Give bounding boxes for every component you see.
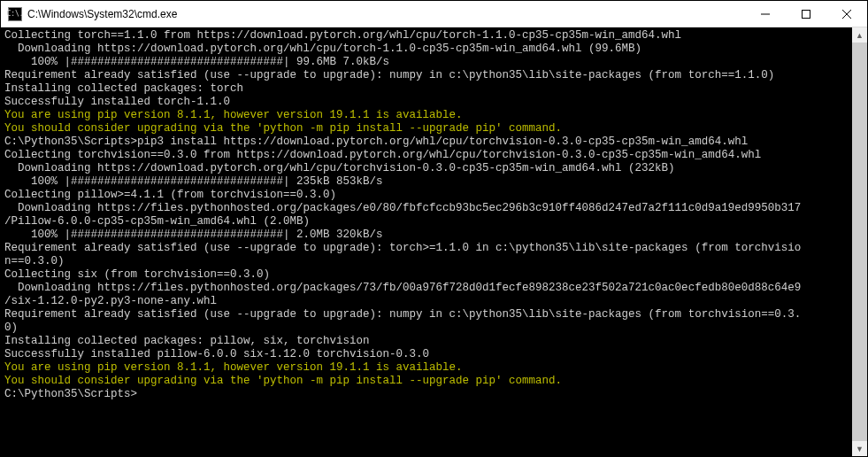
terminal-container: Collecting torch==1.1.0 from https://dow… <box>1 27 867 456</box>
terminal-line: Successfully installed pillow-6.0.0 six-… <box>4 348 849 361</box>
terminal-line: Installing collected packages: torch <box>4 82 849 96</box>
terminal-line: Collecting six (from torchvision==0.3.0) <box>4 268 849 282</box>
terminal-line: 100% |################################| … <box>4 228 849 242</box>
terminal-line: Requirement already satisfied (use --upg… <box>4 69 849 82</box>
terminal-line: Installing collected packages: pillow, s… <box>4 335 849 348</box>
window-title: C:\Windows\System32\cmd.exe <box>27 8 745 20</box>
terminal-line: 100% |################################| … <box>4 175 849 189</box>
terminal-line: /six-1.12.0-py2.py3-none-any.whl <box>4 295 849 308</box>
terminal-line: C:\Python35\Scripts>pip3 install https:/… <box>4 136 849 149</box>
terminal-line: Collecting torchvision==0.3.0 from https… <box>4 149 849 162</box>
window-titlebar[interactable]: C:\. C:\Windows\System32\cmd.exe <box>1 1 867 27</box>
terminal-line: Successfully installed torch-1.1.0 <box>4 96 849 109</box>
scrollbar[interactable]: ▲ ▼ <box>852 27 867 456</box>
terminal-line: Downloading https://download.pytorch.org… <box>4 43 849 56</box>
window-controls <box>745 1 867 27</box>
terminal-line: C:\Python35\Scripts> <box>4 388 849 401</box>
terminal-line: Collecting torch==1.1.0 from https://dow… <box>4 29 849 43</box>
terminal-line: 100% |################################| … <box>4 56 849 69</box>
terminal-line: Collecting pillow>=4.1.1 (from torchvisi… <box>4 189 849 202</box>
cmd-icon: C:\. <box>8 7 22 21</box>
close-button[interactable] <box>826 1 867 27</box>
terminal-line: Downloading https://download.pytorch.org… <box>4 162 849 175</box>
terminal-line: Downloading https://files.pythonhosted.o… <box>4 282 849 295</box>
terminal-line: n==0.3.0) <box>4 255 849 268</box>
terminal-line: You are using pip version 8.1.1, however… <box>4 361 849 375</box>
terminal-line: 0) <box>4 321 849 335</box>
maximize-button[interactable] <box>786 1 826 27</box>
terminal-line: You should consider upgrading via the 'p… <box>4 122 849 136</box>
minimize-button[interactable] <box>745 1 786 27</box>
terminal-line: You are using pip version 8.1.1, however… <box>4 109 849 122</box>
terminal-line: Requirement already satisfied (use --upg… <box>4 308 849 321</box>
scroll-down-icon[interactable]: ▼ <box>852 441 867 456</box>
scroll-thumb[interactable] <box>852 43 867 441</box>
terminal-line: /Pillow-6.0.0-cp35-cp35m-win_amd64.whl (… <box>4 215 849 228</box>
terminal-line: You should consider upgrading via the 'p… <box>4 375 849 388</box>
terminal-line: Requirement already satisfied (use --upg… <box>4 242 849 255</box>
scroll-up-icon[interactable]: ▲ <box>852 27 867 43</box>
terminal-output[interactable]: Collecting torch==1.1.0 from https://dow… <box>1 27 852 456</box>
svg-rect-1 <box>803 10 810 18</box>
terminal-line: Downloading https://files.pythonhosted.o… <box>4 202 849 215</box>
